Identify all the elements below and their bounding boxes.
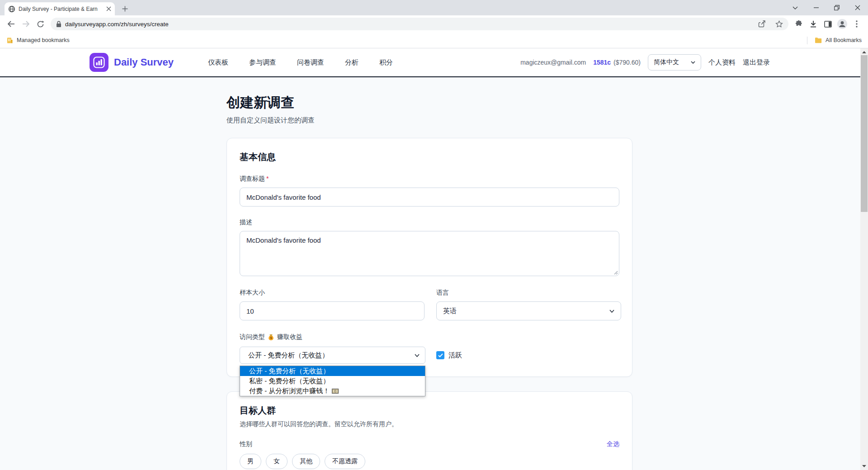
survey-title-input[interactable]: [240, 188, 619, 207]
download-icon[interactable]: [807, 17, 820, 31]
resize-grip-icon[interactable]: [614, 271, 618, 275]
language-selector-value: 简体中文: [654, 58, 679, 66]
browser-menu-kebab-icon[interactable]: [850, 17, 863, 31]
all-bookmarks-label: All Bookmarks: [826, 37, 862, 43]
description-label: 描述: [240, 218, 619, 226]
browser-tab[interactable]: Daily Survey - Participate & Earn: [5, 2, 115, 15]
managed-bookmarks-icon: [6, 37, 13, 44]
survey-language-select[interactable]: 英语: [436, 301, 621, 320]
back-button[interactable]: [5, 17, 18, 31]
gender-pill-other[interactable]: 其他: [292, 454, 320, 469]
dropdown-option-paid[interactable]: 付费 - 从分析浏览中赚钱！: [240, 386, 425, 396]
nav-participate[interactable]: 参与调查: [249, 58, 276, 67]
gender-pill-undisclosed[interactable]: 不愿透露: [325, 454, 365, 469]
main-nav: 仪表板 参与调查 问卷调查 分析 积分: [208, 58, 393, 67]
forward-button[interactable]: [19, 17, 33, 31]
gender-options: 男 女 其他 不愿透露: [240, 454, 619, 469]
access-type-value: 公开 - 免费分析（无收益）: [248, 351, 329, 360]
bookmarks-bar: Managed bookmarks All Bookmarks: [0, 33, 868, 48]
brand-name[interactable]: Daily Survey: [114, 56, 174, 68]
access-type-select[interactable]: 公开 - 免费分析（无收益）: [240, 347, 425, 364]
lock-icon: [56, 21, 61, 28]
audience-subtitle: 选择哪些人群可以回答您的调查。留空以允许所有用户。: [240, 420, 619, 428]
credits-amount: 1581c: [593, 59, 611, 66]
basic-info-card: 基本信息 调查标题* 描述 McDonald's favorite food 样…: [226, 138, 632, 377]
gender-pill-female[interactable]: 女: [266, 454, 288, 469]
window-restore-button[interactable]: [826, 0, 847, 15]
banknote-icon: [332, 389, 339, 394]
chevron-down-icon: [691, 61, 695, 64]
site-header: Daily Survey 仪表板 参与调查 问卷调查 分析 积分 magicze…: [0, 48, 868, 77]
chevron-down-icon: [415, 354, 420, 357]
nav-points[interactable]: 积分: [379, 58, 393, 67]
access-type-dropdown: 公开 - 免费分析（无收益） 私密 - 免费分析（无收益） 付费 - 从分析浏览…: [240, 366, 425, 396]
scrollbar-thumb[interactable]: [861, 55, 868, 212]
bookmarks-separator: [807, 37, 807, 44]
description-textarea[interactable]: McDonald's favorite food: [240, 231, 619, 276]
active-checkbox[interactable]: [436, 351, 444, 359]
bookmark-star-icon[interactable]: [772, 17, 786, 31]
nav-analytics[interactable]: 分析: [345, 58, 359, 67]
nav-surveys[interactable]: 问卷调查: [297, 58, 324, 67]
scrollbar-down-arrow[interactable]: [860, 462, 868, 470]
nav-dashboard[interactable]: 仪表板: [208, 58, 228, 67]
page-subtitle: 使用自定义问题设计您的调查: [226, 116, 632, 125]
credits-balance: ($790.60): [613, 59, 641, 66]
active-checkbox-group[interactable]: 活跃: [436, 351, 462, 360]
brand-logo[interactable]: [90, 53, 108, 72]
logout-link[interactable]: 退出登录: [743, 58, 770, 67]
basic-info-heading: 基本信息: [240, 151, 619, 163]
share-icon[interactable]: [755, 17, 769, 31]
tab-search-chevron-icon[interactable]: [785, 0, 806, 15]
survey-title-label: 调查标题*: [240, 175, 619, 183]
sample-size-input[interactable]: [240, 301, 425, 320]
user-email: magiczeux@gmail.com: [520, 59, 586, 66]
chevron-down-icon: [609, 310, 614, 313]
audience-card: 目标人群 选择哪些人群可以回答您的调查。留空以允许所有用户。 性别 全选 男 女…: [226, 391, 632, 470]
tab-title: Daily Survey - Participate & Earn: [19, 6, 103, 12]
profile-avatar-icon[interactable]: [835, 17, 849, 31]
page-scrollbar[interactable]: [860, 48, 868, 470]
extensions-icon[interactable]: [792, 17, 806, 31]
all-bookmarks-item[interactable]: All Bookmarks: [815, 37, 862, 43]
language-selector[interactable]: 简体中文: [648, 54, 701, 70]
dropdown-option-public[interactable]: 公开 - 免费分析（无收益）: [240, 366, 425, 376]
tab-close-icon[interactable]: [106, 6, 111, 11]
reload-button[interactable]: [33, 17, 47, 31]
required-mark: *: [266, 175, 269, 182]
new-tab-button[interactable]: [118, 2, 131, 15]
side-panel-icon[interactable]: [821, 17, 835, 31]
url-text: dailysurveyapp.com/zh/surveys/create: [65, 21, 751, 28]
money-bag-icon: $: [268, 334, 274, 341]
gender-label: 性别: [240, 440, 252, 448]
browser-tab-strip: Daily Survey - Participate & Earn: [0, 0, 868, 15]
active-checkbox-label: 活跃: [448, 351, 462, 360]
window-minimize-button[interactable]: [806, 0, 826, 15]
window-close-button[interactable]: [847, 0, 868, 15]
access-type-label: 访问类型 $ 赚取收益: [240, 333, 619, 341]
profile-link[interactable]: 个人资料: [708, 58, 736, 67]
language-label: 语言: [436, 289, 621, 297]
audience-heading: 目标人群: [240, 404, 619, 417]
survey-language-value: 英语: [443, 307, 457, 315]
managed-bookmarks-label: Managed bookmarks: [17, 37, 70, 43]
page-title: 创建新调查: [226, 94, 632, 112]
folder-icon: [815, 37, 822, 43]
gender-select-all-link[interactable]: 全选: [607, 440, 619, 448]
dropdown-option-private[interactable]: 私密 - 免费分析（无收益）: [240, 376, 425, 386]
globe-icon: [8, 5, 15, 13]
managed-bookmarks-item[interactable]: Managed bookmarks: [6, 37, 70, 44]
sample-size-label: 样本大小: [240, 289, 425, 297]
omnibox[interactable]: dailysurveyapp.com/zh/surveys/create: [51, 18, 788, 30]
browser-toolbar: dailysurveyapp.com/zh/surveys/create: [0, 15, 868, 33]
gender-pill-male[interactable]: 男: [240, 454, 261, 469]
